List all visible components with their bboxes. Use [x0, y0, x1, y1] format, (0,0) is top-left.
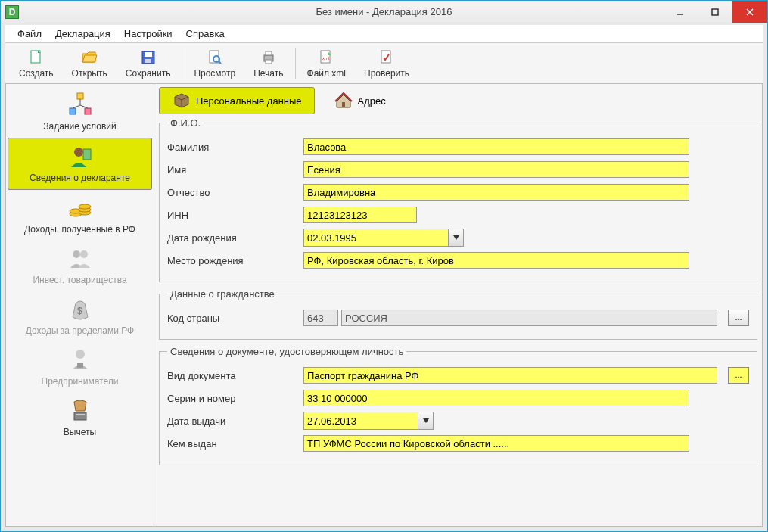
svg-point-32 [80, 250, 88, 258]
input-pob[interactable] [303, 252, 689, 269]
new-file-icon [27, 48, 45, 67]
legend-fio: Ф.И.О. [167, 117, 204, 129]
print-icon [260, 48, 278, 67]
minimize-button[interactable] [663, 1, 698, 23]
maximize-button[interactable] [698, 1, 732, 23]
input-surname[interactable] [303, 138, 689, 155]
tabbar: Персональные данные Адрес [159, 87, 757, 114]
toolbar-check[interactable]: Проверить [355, 45, 418, 82]
svg-rect-19 [70, 108, 76, 114]
browse-country-button[interactable]: ... [728, 310, 749, 326]
label-patronymic: Отчество [167, 187, 303, 198]
svg-rect-39 [342, 102, 345, 107]
input-issued-by[interactable] [303, 435, 689, 452]
tab-address[interactable]: Адрес [321, 87, 399, 114]
sidebar-item-invest: Инвест. товарищества [6, 241, 154, 291]
svg-rect-37 [76, 414, 85, 415]
menu-file[interactable]: Файл [11, 26, 48, 41]
toolbar-print[interactable]: Печать [244, 45, 292, 82]
app-window: D Без имени - Декларация 2016 Файл Декла… [0, 0, 768, 532]
svg-rect-36 [74, 412, 86, 420]
menu-help[interactable]: Справка [180, 26, 231, 41]
sidebar-item-declarant[interactable]: Сведения о декларанте [8, 138, 152, 190]
menu-settings[interactable]: Настройки [118, 26, 179, 41]
house-icon [334, 91, 353, 110]
date-picker-issue[interactable] [303, 412, 434, 430]
box-icon [172, 91, 191, 110]
svg-rect-25 [83, 149, 91, 160]
input-inn[interactable] [303, 207, 417, 223]
input-dob[interactable] [304, 229, 448, 246]
toolbar-file-xml[interactable]: xml Файл xml [298, 45, 356, 82]
toolbar-open[interactable]: Открыть [63, 45, 117, 82]
sidebar: Задание условий Сведения о декларанте [6, 84, 154, 526]
sidebar-item-conditions[interactable]: Задание условий [6, 87, 154, 138]
preview-icon [206, 48, 224, 67]
chevron-down-icon[interactable] [448, 229, 463, 246]
toolbar-save[interactable]: Сохранить [117, 45, 180, 82]
sidebar-item-income-abroad: $ Доходы за пределами РФ [6, 291, 154, 342]
toolbar-separator [295, 48, 296, 79]
toolbar-save-label: Сохранить [126, 68, 171, 79]
titlebar: D Без имени - Декларация 2016 [1, 1, 767, 23]
input-issue-date[interactable] [304, 412, 418, 429]
input-patronymic[interactable] [303, 184, 689, 201]
app-icon: D [5, 5, 19, 19]
toolbar-check-label: Проверить [364, 68, 409, 79]
label-pob: Место рождения [167, 255, 303, 266]
save-icon [139, 48, 157, 67]
main-area: Задание условий Сведения о декларанте [5, 84, 763, 527]
chevron-down-icon[interactable] [418, 412, 433, 429]
fieldset-citizenship: Данные о гражданстве Код страны ... [159, 288, 757, 340]
date-picker-dob[interactable] [303, 229, 464, 247]
menubar: Файл Декларация Настройки Справка [5, 25, 763, 43]
open-folder-icon [80, 48, 98, 67]
content-panel: Персональные данные Адрес Ф.И.О. Фамилия [154, 84, 762, 526]
fieldset-document: Сведения о документе, удостоверяющем лич… [159, 346, 757, 465]
label-issued-by: Кем выдан [167, 438, 303, 450]
browse-doc-type-button[interactable]: ... [728, 367, 749, 384]
tab-personal-data[interactable]: Персональные данные [159, 87, 315, 114]
sidebar-label: Задание условий [43, 121, 116, 132]
menu-declaration[interactable]: Декларация [49, 26, 117, 41]
label-series: Серия и номер [167, 393, 303, 404]
tab-label: Адрес [358, 95, 386, 107]
sidebar-label: Сведения о декларанте [30, 173, 130, 183]
svg-point-30 [79, 204, 91, 209]
toolbar-preview[interactable]: Просмотр [185, 45, 244, 82]
toolbar-open-label: Открыть [72, 68, 107, 79]
svg-line-22 [73, 105, 80, 108]
toolbar-create-label: Создать [19, 68, 54, 79]
label-surname: Фамилия [167, 142, 303, 153]
close-button[interactable] [732, 1, 767, 23]
invest-icon [67, 245, 94, 272]
svg-rect-18 [77, 93, 83, 99]
tab-label: Персональные данные [196, 95, 302, 107]
input-series[interactable] [303, 390, 689, 406]
sidebar-label: Инвест. товарищества [33, 275, 126, 285]
toolbar-separator [182, 48, 182, 79]
svg-rect-8 [145, 59, 151, 63]
sidebar-item-deductions[interactable]: Вычеты [6, 393, 154, 443]
svg-rect-7 [145, 52, 152, 57]
input-name[interactable] [303, 161, 689, 178]
input-country-code [303, 310, 338, 326]
label-dob: Дата рождения [167, 232, 303, 244]
label-country-code: Код страны [167, 313, 303, 324]
toolbar-create[interactable]: Создать [10, 45, 63, 82]
person-icon [67, 143, 94, 170]
legend-citizenship: Данные о гражданстве [167, 288, 278, 300]
label-issue-date: Дата выдачи [167, 415, 303, 427]
deductions-icon [67, 397, 94, 425]
input-doc-type[interactable] [303, 367, 717, 384]
sidebar-label: Доходы за пределами РФ [26, 325, 134, 336]
window-buttons [663, 1, 767, 23]
coins-icon [67, 194, 94, 222]
window-title: Без имени - Декларация 2016 [1, 6, 767, 17]
label-doc-type: Вид документа [167, 370, 303, 381]
sidebar-item-income-rf[interactable]: Доходы, полученные в РФ [6, 190, 154, 241]
svg-point-24 [74, 148, 83, 157]
svg-text:xml: xml [322, 56, 329, 61]
conditions-icon [67, 92, 94, 119]
svg-line-23 [80, 105, 88, 108]
